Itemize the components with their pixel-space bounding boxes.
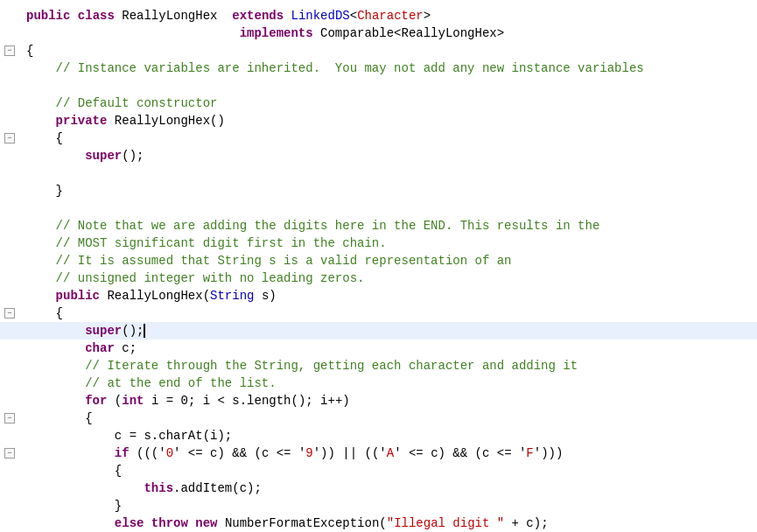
line-content-4: // Instance variables are inherited. You… <box>19 60 757 77</box>
code-line-30: else throw new NumberFormatException("Il… <box>0 514 757 532</box>
gutter-30 <box>0 514 19 532</box>
code-line-2: implements Comparable<ReallyLongHex> <box>0 24 757 42</box>
line-content-27: { <box>19 462 757 480</box>
line-content-3: { <box>19 42 757 60</box>
line-content-15: // It is assumed that String s is a vali… <box>19 252 757 270</box>
fold-btn-26[interactable]: − <box>4 448 15 458</box>
code-line-17: public ReallyLongHex(String s) <box>0 287 757 304</box>
gutter-8: − <box>0 130 19 147</box>
line-content-21: // Iterate through the String, getting e… <box>19 357 757 374</box>
line-content-16: // unsigned integer with no leading zero… <box>19 270 757 287</box>
gutter-6 <box>0 94 19 112</box>
line-content-14: // MOST significant digit first in the c… <box>19 234 757 252</box>
gutter-10 <box>0 164 19 182</box>
code-line-25: c = s.charAt(i); <box>0 427 757 444</box>
code-line-11: } <box>0 182 757 200</box>
gutter-14 <box>0 234 19 252</box>
fold-btn-3[interactable]: − <box>4 46 15 56</box>
code-line-28: this.addItem(c); <box>0 480 757 497</box>
gutter-27 <box>0 462 19 480</box>
code-line-14: // MOST significant digit first in the c… <box>0 234 757 252</box>
code-line-26: − if ((('0' <= c) && (c <= '9')) || (('A… <box>0 444 757 462</box>
gutter-29 <box>0 497 19 514</box>
gutter-5 <box>0 77 19 94</box>
code-line-10 <box>0 164 757 182</box>
line-content-20: char c; <box>19 340 757 357</box>
code-line-6: // Default constructor <box>0 94 757 112</box>
line-content-23: for (int i = 0; i < s.length(); i++) <box>19 392 757 410</box>
gutter-9 <box>0 147 19 164</box>
line-content-25: c = s.charAt(i); <box>19 427 757 444</box>
line-content-9: super(); <box>19 147 757 164</box>
gutter-26: − <box>0 444 19 462</box>
line-content-6: // Default constructor <box>19 94 757 112</box>
gutter-11 <box>0 182 19 200</box>
code-line-27: { <box>0 462 757 480</box>
gutter-3: − <box>0 42 19 60</box>
line-content-24: { <box>19 410 757 427</box>
gutter-21 <box>0 357 19 374</box>
gutter-20 <box>0 340 19 357</box>
code-line-22: // at the end of the list. <box>0 374 757 392</box>
code-editor[interactable]: public class ReallyLongHex extends Linke… <box>0 0 757 532</box>
code-line-9: super(); <box>0 147 757 164</box>
line-content-8: { <box>19 130 757 147</box>
code-line-16: // unsigned integer with no leading zero… <box>0 270 757 287</box>
gutter-22 <box>0 374 19 392</box>
fold-btn-24[interactable]: − <box>4 413 15 424</box>
gutter-19 <box>0 322 19 340</box>
line-content-22: // at the end of the list. <box>19 374 757 392</box>
line-content-12 <box>19 200 757 217</box>
line-content-17: public ReallyLongHex(String s) <box>19 287 757 304</box>
code-line-15: // It is assumed that String s is a vali… <box>0 252 757 270</box>
code-line-23: for (int i = 0; i < s.length(); i++) <box>0 392 757 410</box>
line-content-5 <box>19 77 757 94</box>
code-line-13: // Note that we are adding the digits he… <box>0 217 757 234</box>
code-line-21: // Iterate through the String, getting e… <box>0 357 757 374</box>
gutter-12 <box>0 200 19 217</box>
gutter-25 <box>0 427 19 444</box>
code-line-24: − { <box>0 410 757 427</box>
gutter-1 <box>0 7 19 24</box>
gutter-24: − <box>0 410 19 427</box>
gutter-13 <box>0 217 19 234</box>
code-line-1: public class ReallyLongHex extends Linke… <box>0 7 757 24</box>
code-line-5 <box>0 77 757 94</box>
gutter-18: − <box>0 304 19 322</box>
code-line-3: − { <box>0 42 757 60</box>
gutter-17 <box>0 287 19 304</box>
code-line-18: − { <box>0 304 757 322</box>
code-line-8: − { <box>0 130 757 147</box>
line-content-7: private ReallyLongHex() <box>19 112 757 130</box>
line-content-28: this.addItem(c); <box>19 480 757 497</box>
line-content-1: public class ReallyLongHex extends Linke… <box>19 7 757 24</box>
line-content-11: } <box>19 182 757 200</box>
line-content-30: else throw new NumberFormatException("Il… <box>19 514 757 532</box>
code-line-20: char c; <box>0 340 757 357</box>
gutter-15 <box>0 252 19 270</box>
line-content-26: if ((('0' <= c) && (c <= '9')) || (('A' … <box>19 444 757 462</box>
line-content-29: } <box>19 497 757 514</box>
gutter-7 <box>0 112 19 130</box>
line-content-13: // Note that we are adding the digits he… <box>19 217 757 234</box>
code-line-29: } <box>0 497 757 514</box>
line-content-18: { <box>19 304 757 322</box>
gutter-23 <box>0 392 19 410</box>
fold-btn-8[interactable]: − <box>4 133 15 144</box>
gutter-16 <box>0 270 19 287</box>
line-content-2: implements Comparable<ReallyLongHex> <box>19 24 757 42</box>
gutter-2 <box>0 24 19 42</box>
gutter-4 <box>0 60 19 77</box>
line-content-19: super(); <box>19 322 757 340</box>
code-line-19: super(); <box>0 322 757 340</box>
code-line-7: private ReallyLongHex() <box>0 112 757 130</box>
code-line-12 <box>0 200 757 217</box>
line-content-10 <box>19 164 757 182</box>
gutter-28 <box>0 480 19 497</box>
fold-btn-18[interactable]: − <box>4 308 15 318</box>
code-line-4: // Instance variables are inherited. You… <box>0 60 757 77</box>
